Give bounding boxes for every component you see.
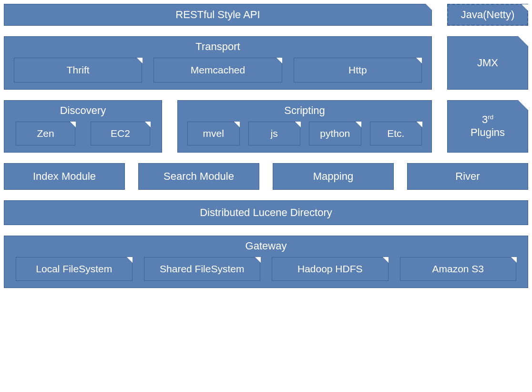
- label-jmx: JMX: [477, 51, 498, 75]
- block-local-filesystem: Local FileSystem: [16, 257, 133, 281]
- label-java-netty: Java(Netty): [461, 3, 514, 27]
- block-gateway: Gateway Local FileSystem Shared FileSyst…: [4, 236, 528, 288]
- block-mapping: Mapping: [273, 163, 394, 190]
- block-java-netty: Java(Netty): [447, 4, 528, 26]
- block-discovery: Discovery Zen EC2: [4, 100, 162, 153]
- row-modules: Index Module Search Module Mapping River: [4, 163, 528, 190]
- block-transport: Transport Thrift Memcached Http: [4, 36, 432, 90]
- block-scripting: Scripting mvel js python Etc.: [177, 100, 432, 153]
- block-mvel: mvel: [187, 122, 240, 145]
- block-lucene-directory: Distributed Lucene Directory: [4, 200, 528, 225]
- block-shared-filesystem: Shared FileSystem: [144, 257, 261, 281]
- label-mapping: Mapping: [313, 165, 353, 188]
- discovery-items: Zen EC2: [4, 119, 162, 152]
- scripting-items: mvel js python Etc.: [178, 119, 431, 152]
- block-index-module: Index Module: [4, 163, 125, 190]
- label-restful-api: RESTful Style API: [175, 3, 260, 27]
- block-jmx: JMX: [447, 36, 528, 90]
- block-thrift: Thrift: [14, 58, 142, 83]
- row-gateway: Gateway Local FileSystem Shared FileSyst…: [4, 236, 528, 288]
- label-lucene-directory: Distributed Lucene Directory: [200, 201, 332, 225]
- row-api: RESTful Style API Java(Netty): [4, 4, 528, 26]
- label-river: River: [455, 165, 480, 188]
- block-third-party-plugins: 3rd Plugins: [447, 100, 528, 153]
- block-js: js: [248, 122, 301, 145]
- row-lucene: Distributed Lucene Directory: [4, 200, 528, 225]
- block-zen: Zen: [16, 122, 75, 145]
- block-memcached: Memcached: [153, 58, 282, 83]
- label-index-module: Index Module: [33, 165, 96, 188]
- block-ec2: EC2: [91, 122, 150, 145]
- block-amazon-s3: Amazon S3: [400, 257, 517, 281]
- label-search-module: Search Module: [164, 165, 234, 188]
- label-transport: Transport: [195, 37, 240, 55]
- label-plugins: 3rd Plugins: [471, 108, 505, 144]
- block-python: python: [309, 122, 361, 145]
- row-discovery-scripting: Discovery Zen EC2 Scripting mvel js pyth…: [4, 100, 528, 153]
- row-transport: Transport Thrift Memcached Http JMX: [4, 36, 528, 90]
- block-hadoop-hdfs: Hadoop HDFS: [272, 257, 389, 281]
- block-search-module: Search Module: [138, 163, 259, 190]
- transport-items: Thrift Memcached Http: [4, 55, 431, 89]
- block-http: Http: [294, 58, 422, 83]
- gateway-items: Local FileSystem Shared FileSystem Hadoo…: [4, 254, 528, 288]
- block-river: River: [407, 163, 528, 190]
- block-etc: Etc.: [370, 122, 422, 145]
- label-discovery: Discovery: [60, 101, 106, 119]
- label-scripting: Scripting: [284, 101, 325, 119]
- block-restful-api: RESTful Style API: [4, 4, 432, 26]
- architecture-diagram: RESTful Style API Java(Netty) Transport …: [4, 4, 528, 288]
- label-gateway: Gateway: [246, 236, 287, 254]
